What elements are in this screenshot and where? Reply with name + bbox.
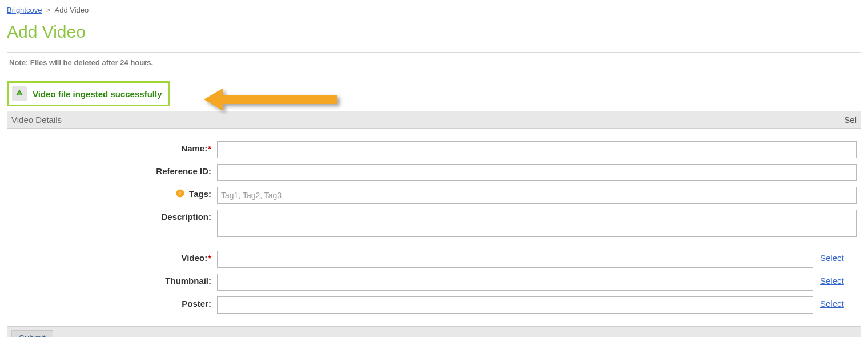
poster-label: Poster: — [11, 296, 217, 311]
video-label: Video:* — [11, 251, 217, 266]
callout-arrow — [204, 88, 337, 111]
note-text: Note: Files will be deleted after 24 hou… — [9, 58, 861, 67]
page-title: Add Video — [7, 22, 861, 42]
reference-id-field[interactable] — [217, 164, 857, 181]
description-label: Description: — [11, 210, 217, 224]
section-header: Video Details Sel — [7, 111, 861, 129]
thumbnail-label: Thumbnail: — [11, 274, 217, 288]
success-message: Video file ingested successfully — [33, 89, 162, 99]
thumbnail-field[interactable] — [217, 274, 813, 291]
divider — [7, 52, 861, 53]
required-mark: * — [208, 253, 211, 263]
label-text: Video: — [182, 253, 208, 263]
breadcrumb-root-link[interactable]: Brightcove — [7, 6, 42, 14]
thumbnail-select-link[interactable]: Select — [820, 274, 857, 286]
label-text: Name: — [181, 143, 207, 153]
video-field[interactable] — [217, 251, 813, 268]
poster-field[interactable] — [217, 296, 813, 314]
section-title: Video Details — [11, 115, 62, 125]
success-icon — [12, 86, 27, 101]
success-banner: Video file ingested successfully — [7, 81, 170, 106]
tags-field[interactable] — [217, 187, 857, 204]
section-right-text: Sel — [844, 115, 857, 125]
description-field[interactable] — [217, 210, 857, 237]
svg-text:i: i — [179, 190, 181, 196]
breadcrumb-current: Add Video — [55, 6, 89, 14]
video-select-link[interactable]: Select — [820, 251, 857, 263]
breadcrumb: Brightcove > Add Video — [7, 6, 861, 14]
required-mark: * — [208, 143, 211, 153]
form-footer: Submit — [7, 326, 861, 337]
poster-select-link[interactable]: Select — [820, 296, 857, 308]
info-icon: i — [176, 187, 184, 202]
label-text: Tags: — [189, 189, 211, 199]
submit-button[interactable]: Submit — [11, 330, 53, 337]
arrow-head-icon — [204, 88, 223, 111]
name-field[interactable] — [217, 141, 857, 158]
breadcrumb-separator: > — [46, 6, 51, 14]
arrow-body — [223, 95, 337, 104]
reference-id-label: Reference ID: — [11, 164, 217, 179]
tags-label: i Tags: — [11, 187, 217, 202]
video-details-form: Name:* Reference ID: i Tags: — [7, 129, 861, 324]
name-label: Name:* — [11, 141, 217, 156]
